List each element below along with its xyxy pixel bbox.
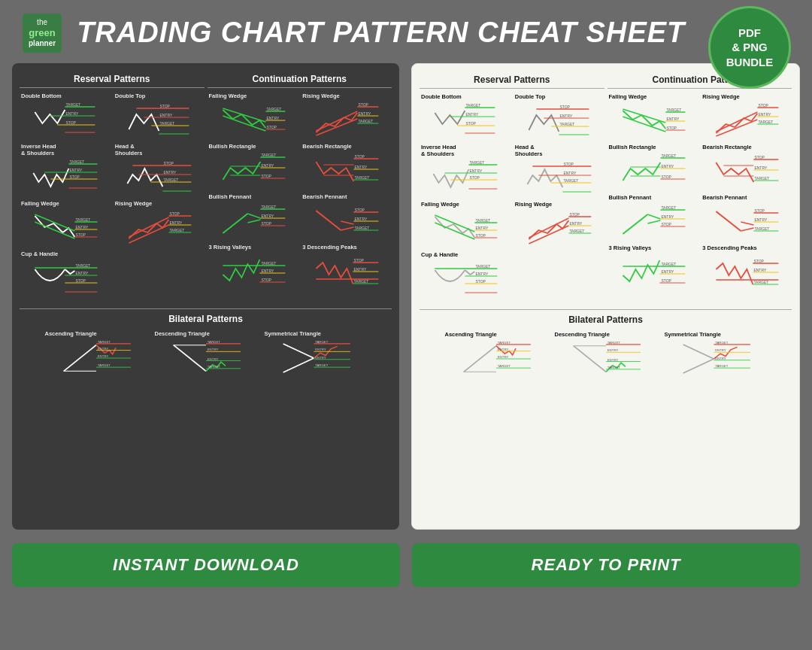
light-double-bottom: Double Bottom TARGET ENTRY STOP [420,92,511,142]
svg-text:TARGET: TARGET [755,176,770,181]
dark-cup-handle: Cup & Handle TARGET ENTRY [20,249,111,299]
ready-to-print-button[interactable]: READY TO PRINT [412,543,800,587]
dark-bilateral-section: Bilateral Patterns Ascending Triangle [20,308,392,379]
svg-text:ENTRY: ENTRY [607,348,618,352]
dark-bearish-pennant: Bearish Pennant STOP ENTRY [301,192,392,242]
svg-text:ENTRY: ENTRY [163,170,177,175]
dark-reversal-row2: Inverse Head& Shoulders TARGET ENTRY ST [20,141,205,199]
svg-text:ENTRY: ENTRY [97,346,108,350]
light-sym-triangle: Symmetrical Triangle TARGET ENTRY [663,330,768,380]
svg-text:TARGET: TARGET [754,280,769,284]
light-fwc-svg: TARGET ENTRY STOP [609,102,697,141]
light-st-chart: TARGET ENTRY ENTRY TARGET [665,339,767,378]
light-3dp-label: 3 Descending Peaks [702,245,790,251]
dark-rwr-svg: STOP ENTRY TARGET [115,208,203,248]
dark-double-bottom-chart: TARGET ENTRY STOP [21,101,109,140]
dark-double-bottom: Double Bottom TARGET ENTRY STOP [20,91,111,141]
light-hs-chart: STOP ENTRY TARGET [515,159,603,198]
dark-st-label: Symmetrical Triangle [265,330,367,337]
light-inv-hs-svg: TARGET ENTRY STOP [421,159,509,198]
instant-download-button[interactable]: INSTANT DOWNLOAD [12,543,400,587]
svg-text:STOP: STOP [75,232,86,237]
svg-text:ENTRY: ENTRY [159,113,173,117]
svg-line-229 [647,220,660,223]
light-rwc-chart: STOP ENTRY TARGET [702,102,790,141]
dark-3dp-label: 3 Descending Peaks [302,244,390,251]
light-inv-hs-label: Inverse Head& Shoulders [421,144,509,157]
light-reversal-section: Reserval Patterns Double Bottom TARGET [420,73,604,300]
dark-inv-hs-svg: TARGET ENTRY STOP [21,158,109,197]
svg-line-237 [741,222,754,225]
light-bilateral-row: Ascending Triangle TARGET ENTRY [420,330,792,380]
svg-text:STOP: STOP [661,278,671,283]
light-double-top-chart: STOP ENTRY TARGET [515,102,603,141]
dark-sym-triangle: Symmetrical Triangle TARGET ENTRY [263,329,368,379]
dark-cup-svg: TARGET ENTRY STOP [21,259,109,298]
dark-bp-svg: TARGET ENTRY STOP [209,202,297,241]
dark-bilateral-header: Bilateral Patterns [20,314,392,324]
logo: the green planner [23,14,62,53]
svg-text:TARGET: TARGET [159,121,174,126]
svg-text:TARGET: TARGET [207,340,220,344]
dark-bearp-label: Bearish Pennant [302,193,390,200]
svg-line-258 [463,345,495,372]
dark-bp-label: Bullish Pennant [209,193,297,200]
dark-double-bottom-svg: TARGET ENTRY STOP [21,101,109,140]
svg-text:STOP: STOP [354,258,365,263]
dark-dt-label: Descending Triangle [155,330,257,337]
svg-text:TARGET: TARGET [266,107,281,111]
dark-bearish-rect: Bearish Rectangle STOP ENTRY [301,141,392,192]
dark-dt-svg: TARGET ENTRY ENTRY TARGET [155,339,257,378]
dark-reversal-section: Reserval Patterns Double Bottom TARGET [20,72,205,299]
light-desc-triangle: Descending Triangle TARGET ENTRY [553,330,659,380]
dark-double-top-label: Double Top [115,93,203,99]
dark-br-chart: TARGET ENTRY STOP [209,151,297,190]
dark-fwc-svg: TARGET ENTRY STOP [209,101,297,140]
svg-text:ENTRY: ENTRY [475,272,489,276]
svg-text:TARGET: TARGET [65,102,80,107]
light-st-svg: TARGET ENTRY ENTRY TARGET [665,339,767,378]
svg-text:ENTRY: ENTRY [755,217,768,222]
svg-text:TARGET: TARGET [475,218,490,223]
svg-text:TARGET: TARGET [607,341,620,345]
svg-text:ENTRY: ENTRY [75,271,89,275]
svg-text:TARGET: TARGET [97,340,111,344]
light-double-top: Double Top STOP ENTRY TARGET [514,92,604,142]
svg-text:TARGET: TARGET [355,175,370,180]
svg-text:TARGET: TARGET [261,261,276,266]
light-double-top-svg: STOP ENTRY TARGET [515,102,603,141]
svg-text:ENTRY: ENTRY [207,357,218,360]
svg-text:ENTRY: ENTRY [65,111,79,116]
dark-bearr-chart: STOP ENTRY TARGET [302,151,390,190]
dark-cup-label: Cup & Handle [21,251,109,257]
svg-text:TARGET: TARGET [315,363,329,367]
header: the green planner TRADING CHART PATTERN … [0,0,812,60]
dark-bearp-svg: STOP ENTRY TARGET [302,202,390,241]
svg-text:ENTRY: ENTRY [497,355,508,359]
dark-falling-wedge-cont: Falling Wedge TARGET ENTRY [208,91,298,141]
pdf-png-badge: PDF & PNG BUNDLE [708,6,791,89]
svg-text:TARGET: TARGET [563,178,578,183]
dark-bullish-rect: Bullish Rectangle TARGET ENTRY [208,141,298,192]
svg-line-228 [647,214,660,219]
dark-cont-row2: Bullish Rectangle TARGET ENTRY [208,141,392,192]
light-bearr-label: Bearish Rectangle [702,144,790,150]
light-rising-wedge-cont: Rising Wedge STOP ENTRY [701,92,792,142]
svg-text:ENTRY: ENTRY [355,165,368,169]
dark-rwc-chart: STOP ENTRY TARGET [302,101,390,140]
dark-hs-label: Head &Shoulders [115,143,203,156]
light-st-label: Symmetrical Triangle [665,331,767,338]
svg-text:ENTRY: ENTRY [261,269,274,273]
light-double-bottom-svg: TARGET ENTRY STOP [421,102,509,141]
light-bullish-rect: Bullish Rectangle TARGET ENTRY [607,142,698,193]
light-fwr-chart: TARGET ENTRY STOP [421,209,509,248]
light-bp-svg: TARGET ENTRY STOP [609,202,697,241]
logo-the: the [29,18,56,27]
svg-line-94 [341,227,354,230]
light-bearish-pennant: Bearish Pennant STOP ENTRY [701,193,792,243]
svg-text:TARGET: TARGET [715,341,729,345]
light-fwc-chart: TARGET ENTRY STOP [609,102,697,141]
svg-text:ENTRY: ENTRY [354,267,368,272]
svg-text:TARGET: TARGET [359,119,374,123]
content-area: Reserval Patterns Double Bottom TARGET [0,63,812,530]
